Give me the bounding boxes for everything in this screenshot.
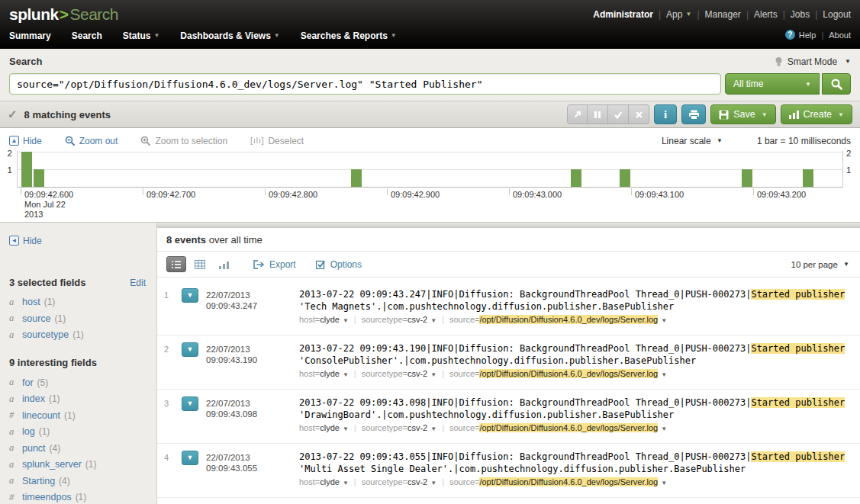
field-link-timeendpos[interactable]: timeendpos [22,492,72,502]
timeline-bar[interactable] [351,169,362,187]
field-link-splunk-server[interactable]: splunk_server [22,459,82,470]
interesting-fields-list: afor(5)aindex(1)#linecount(1)alog(1)apun… [9,374,146,504]
meta-value[interactable]: csv-2 [407,423,427,432]
chevron-down-icon[interactable]: ▼ [661,480,667,486]
pause-button[interactable] [588,104,608,124]
gridline-2 [18,152,842,152]
axis-tick-label: 09:09:42.800 [269,190,317,199]
event-expand-button[interactable]: ▼ [182,342,198,357]
create-button[interactable]: Create ▼ [781,104,852,124]
field-link-for[interactable]: for [22,377,34,388]
nav-dashboards-views[interactable]: Dashboards & Views▼ [180,30,279,41]
list-view-button[interactable] [166,256,186,272]
meta-value[interactable]: csv-2 [407,315,427,324]
field-link-source[interactable]: source [22,313,51,324]
export-link[interactable]: Export [253,259,296,270]
field-link-linecount[interactable]: linecount [22,410,60,421]
save-button[interactable]: Save ▼ [710,104,775,124]
search-input[interactable] [9,73,721,95]
field-link-log[interactable]: log [22,426,35,437]
results-panel: 8 events over all time [156,223,860,504]
field-link-punct[interactable]: punct [22,443,46,454]
timeline-plot[interactable] [17,151,843,188]
timeline-bar[interactable] [21,152,32,187]
edit-fields-link[interactable]: Edit [130,278,146,288]
meta-value[interactable]: clyde [320,423,340,432]
meta-value[interactable]: /opt/Diffusion/Diffusion4.6.0_dev/logs/S… [479,477,658,486]
meta-value[interactable]: clyde [320,369,340,378]
meta-value[interactable]: csv-2 [407,477,427,486]
timeline-hide-label: Hide [23,136,42,146]
chevron-down-icon[interactable]: ▼ [343,480,349,486]
timeline-bar[interactable] [742,169,752,187]
event-expand-button[interactable]: ▼ [182,451,198,465]
chevron-down-icon[interactable]: ▼ [661,371,667,378]
chevron-down-icon[interactable]: ▼ [661,317,667,324]
chevron-down-icon[interactable]: ▼ [430,317,436,324]
user-link-jobs[interactable]: Jobs [791,9,810,20]
chevron-down-icon[interactable]: ▼ [430,480,436,486]
chevron-down-icon[interactable]: ▼ [430,425,436,432]
chevron-down-icon: ▼ [843,261,849,268]
cancel-button[interactable] [629,104,649,124]
user-link-app[interactable]: App▼ [666,9,691,20]
options-link[interactable]: Options [316,259,362,270]
timeline-bar[interactable] [620,169,630,187]
about-link[interactable]: About [829,30,851,40]
field-row-splunk-server: asplunk_server(1) [9,457,146,474]
meta-value[interactable]: /opt/Diffusion/Diffusion4.6.0_dev/logs/S… [479,423,658,432]
sidebar-hide-link[interactable]: ◄ Hide [9,236,42,246]
meta-value[interactable]: /opt/Diffusion/Diffusion4.6.0_dev/logs/S… [479,315,658,324]
timeline-bar[interactable] [34,169,44,187]
meta-value[interactable]: csv-2 [407,369,427,378]
timeline-hide-link[interactable]: ▲ Hide [9,136,42,146]
nav-status[interactable]: Status▼ [123,30,160,41]
nav-summary[interactable]: Summary [9,30,51,41]
chevron-down-icon[interactable]: ▼ [343,371,349,378]
field-link-starting[interactable]: Starting [22,476,55,486]
field-row-for: afor(5) [9,374,146,391]
per-page-selector[interactable]: 10 per page ▼ [791,260,849,269]
chevron-down-icon[interactable]: ▼ [343,425,349,432]
splunk-logo[interactable]: splunk>Search [9,5,118,24]
event-raw-line2: 'Tech Magnets'.|com.pushtechnology.diffu… [299,300,851,313]
chevron-down-icon[interactable]: ▼ [343,317,349,324]
zoom-out-link[interactable]: Zoom out [65,136,118,146]
meta-value[interactable]: clyde [320,315,340,324]
field-link-sourcetype[interactable]: sourcetype [22,329,69,340]
done-check-icon: ✓ [8,108,18,121]
scale-selector[interactable]: Linear scale ▼ [662,136,723,146]
timeline-bar[interactable] [571,169,581,187]
field-link-index[interactable]: index [22,393,45,404]
meta-value[interactable]: /opt/Diffusion/Diffusion4.6.0_dev/logs/S… [479,369,658,378]
smart-mode-selector[interactable]: Smart Mode ▼ [775,56,851,67]
send-to-background-button[interactable] [567,104,588,124]
separator: | [442,315,444,324]
field-row-punct: apunct(4) [9,440,146,457]
search-submit-button[interactable] [822,73,851,95]
meta-value[interactable]: clyde [320,477,340,486]
main-nav: SummarySearchStatus▼Dashboards & Views▼S… [9,28,417,42]
deselect-label: Deselect [268,136,304,146]
help-icon[interactable]: ? [785,30,795,40]
user-link-logout[interactable]: Logout [823,9,851,20]
timeline-bar[interactable] [803,169,813,187]
chevron-down-icon[interactable]: ▼ [661,425,667,432]
field-link-host[interactable]: host [22,297,40,307]
user-link-alerts[interactable]: Alerts [754,9,778,20]
help-link[interactable]: Help [799,30,817,40]
print-button[interactable] [681,104,706,124]
nav-searches-reports[interactable]: Searches & Reports▼ [301,30,397,41]
event-expand-button[interactable]: ▼ [182,396,198,411]
y-axis-label-left-2: 2 [2,149,12,158]
time-range-button[interactable]: All time ▼ [725,73,820,95]
job-inspector-button[interactable]: i [654,104,677,124]
finalize-button[interactable] [608,104,629,124]
chevron-down-icon[interactable]: ▼ [430,371,436,378]
table-view-button[interactable] [190,256,210,272]
user-link-manager[interactable]: Manager [705,9,741,20]
chart-view-button[interactable] [214,256,234,272]
event-expand-button[interactable]: ▼ [182,288,198,303]
event-timestamp: 22/07/2013 09:09:43.098 [206,396,299,435]
nav-search[interactable]: Search [72,30,102,41]
